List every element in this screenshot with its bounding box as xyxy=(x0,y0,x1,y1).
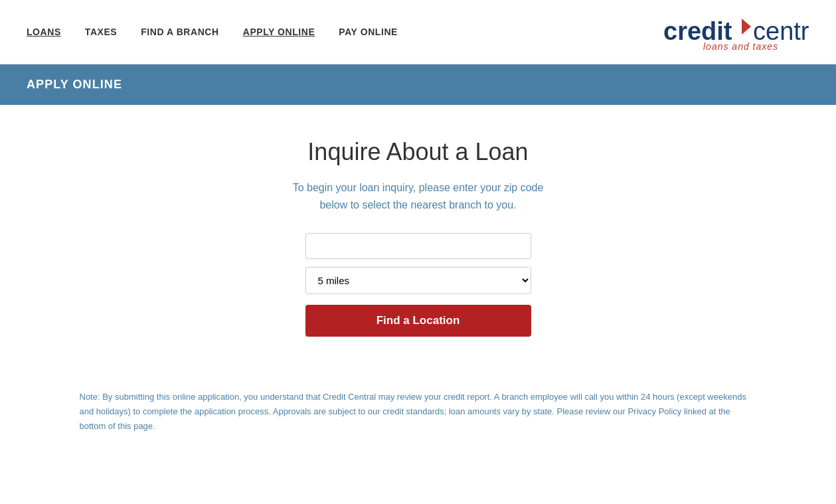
nav-bar: LOANS TAXES FIND A BRANCH APPLY ONLINE P… xyxy=(0,0,836,64)
svg-marker-1 xyxy=(742,19,751,35)
nav-links: LOANS TAXES FIND A BRANCH APPLY ONLINE P… xyxy=(27,27,398,37)
nav-link-apply-online[interactable]: APPLY ONLINE xyxy=(243,27,315,37)
miles-select[interactable]: 5 miles 10 miles 25 miles 50 miles xyxy=(305,267,531,294)
page-description: To begin your loan inquiry, please enter… xyxy=(293,179,544,213)
loan-form: 5 miles 10 miles 25 miles 50 miles Find … xyxy=(305,233,531,337)
nav-link-taxes[interactable]: TAXES xyxy=(85,27,117,37)
note-text: Note: By submitting this online applicat… xyxy=(80,390,757,434)
page-banner: APPLY ONLINE xyxy=(0,64,836,105)
zip-input[interactable] xyxy=(305,233,531,259)
description-line1: To begin your loan inquiry, please enter… xyxy=(293,182,544,193)
logo: credit central loans and taxes xyxy=(663,12,809,52)
nav-link-pay-online[interactable]: PAY ONLINE xyxy=(339,27,398,37)
description-line2: below to select the nearest branch to yo… xyxy=(319,199,516,210)
note-section: Note: By submitting this online applicat… xyxy=(53,390,784,434)
banner-title: APPLY ONLINE xyxy=(27,78,122,91)
find-location-button[interactable]: Find a Location xyxy=(305,305,531,337)
svg-text:loans and taxes: loans and taxes xyxy=(703,41,778,52)
nav-link-loans[interactable]: LOANS xyxy=(27,27,61,37)
page-heading: Inquire About a Loan xyxy=(307,138,528,166)
nav-link-find-branch[interactable]: FIND A BRANCH xyxy=(141,27,218,37)
logo-svg: credit central loans and taxes xyxy=(663,12,809,52)
main-content: Inquire About a Loan To begin your loan … xyxy=(0,105,836,363)
